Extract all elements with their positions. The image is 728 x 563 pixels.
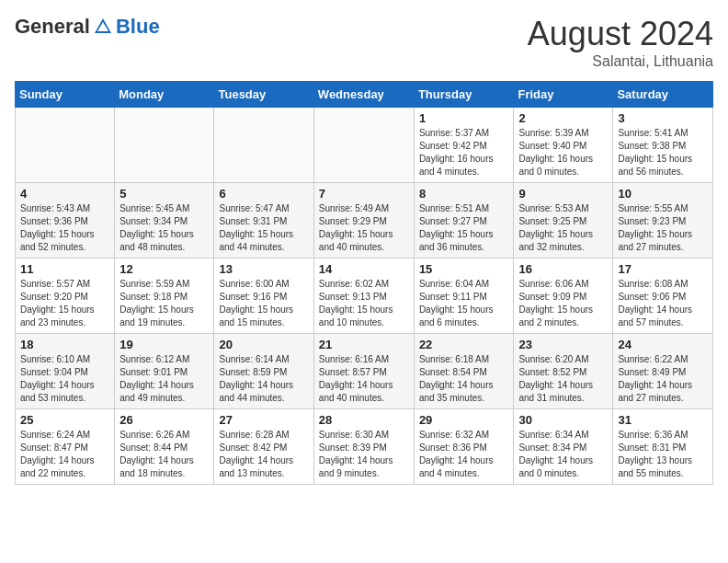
day-number: 23 — [518, 338, 608, 351]
day-number: 9 — [518, 187, 608, 201]
day-details: Sunrise: 6:16 AM Sunset: 8:57 PM Dayligh… — [319, 353, 409, 405]
location: Salantai, Lithuania — [528, 53, 713, 70]
calendar-day-cell: 4Sunrise: 5:43 AM Sunset: 9:36 PM Daylig… — [16, 183, 115, 259]
calendar-day-cell: 25Sunrise: 6:24 AM Sunset: 8:47 PM Dayli… — [16, 409, 115, 485]
weekday-header: Sunday — [16, 82, 115, 108]
calendar-day-cell: 12Sunrise: 5:59 AM Sunset: 9:18 PM Dayli… — [115, 259, 214, 334]
calendar-day-cell: 24Sunrise: 6:22 AM Sunset: 8:49 PM Dayli… — [613, 334, 713, 409]
day-details: Sunrise: 6:24 AM Sunset: 8:47 PM Dayligh… — [20, 429, 109, 480]
calendar-day-cell: 20Sunrise: 6:14 AM Sunset: 8:59 PM Dayli… — [214, 334, 313, 409]
day-number: 14 — [319, 262, 409, 276]
calendar-day-cell: 15Sunrise: 6:04 AM Sunset: 9:11 PM Dayli… — [414, 259, 514, 334]
day-details: Sunrise: 6:14 AM Sunset: 8:59 PM Dayligh… — [219, 353, 308, 405]
day-details: Sunrise: 6:00 AM Sunset: 9:16 PM Dayligh… — [219, 278, 308, 329]
calendar-day-cell: 10Sunrise: 5:55 AM Sunset: 9:23 PM Dayli… — [613, 183, 713, 259]
calendar-day-cell: 1Sunrise: 5:37 AM Sunset: 9:42 PM Daylig… — [414, 108, 514, 183]
calendar-day-cell: 21Sunrise: 6:16 AM Sunset: 8:57 PM Dayli… — [313, 334, 414, 409]
day-details: Sunrise: 5:47 AM Sunset: 9:31 PM Dayligh… — [219, 202, 308, 254]
day-details: Sunrise: 6:30 AM Sunset: 8:39 PM Dayligh… — [319, 429, 409, 480]
calendar-day-cell — [16, 108, 115, 183]
weekday-header: Wednesday — [313, 82, 414, 108]
day-details: Sunrise: 6:10 AM Sunset: 9:04 PM Dayligh… — [20, 353, 109, 405]
day-details: Sunrise: 6:18 AM Sunset: 8:54 PM Dayligh… — [419, 353, 509, 405]
day-number: 11 — [20, 262, 109, 276]
day-details: Sunrise: 6:04 AM Sunset: 9:11 PM Dayligh… — [419, 278, 509, 329]
calendar-week-row: 25Sunrise: 6:24 AM Sunset: 8:47 PM Dayli… — [16, 409, 713, 485]
month-year: August 2024 — [528, 15, 713, 53]
weekday-header: Friday — [514, 82, 613, 108]
calendar-week-row: 4Sunrise: 5:43 AM Sunset: 9:36 PM Daylig… — [16, 183, 713, 259]
day-number: 21 — [319, 338, 409, 351]
logo-blue: Blue — [116, 15, 160, 39]
day-details: Sunrise: 6:20 AM Sunset: 8:52 PM Dayligh… — [518, 353, 608, 405]
calendar-day-cell: 6Sunrise: 5:47 AM Sunset: 9:31 PM Daylig… — [214, 183, 313, 259]
calendar-day-cell: 13Sunrise: 6:00 AM Sunset: 9:16 PM Dayli… — [214, 259, 313, 334]
calendar-day-cell: 3Sunrise: 5:41 AM Sunset: 9:38 PM Daylig… — [613, 108, 713, 183]
calendar-day-cell: 9Sunrise: 5:53 AM Sunset: 9:25 PM Daylig… — [514, 183, 613, 259]
calendar-week-row: 18Sunrise: 6:10 AM Sunset: 9:04 PM Dayli… — [16, 334, 713, 409]
day-number: 24 — [618, 338, 708, 351]
day-number: 30 — [518, 413, 608, 427]
day-details: Sunrise: 6:32 AM Sunset: 8:36 PM Dayligh… — [419, 429, 509, 480]
calendar-day-cell: 2Sunrise: 5:39 AM Sunset: 9:40 PM Daylig… — [514, 108, 613, 183]
calendar-day-cell: 26Sunrise: 6:26 AM Sunset: 8:44 PM Dayli… — [115, 409, 214, 485]
day-details: Sunrise: 5:45 AM Sunset: 9:34 PM Dayligh… — [119, 202, 209, 254]
calendar-day-cell: 14Sunrise: 6:02 AM Sunset: 9:13 PM Dayli… — [313, 259, 414, 334]
day-number: 7 — [319, 187, 409, 201]
day-details: Sunrise: 6:22 AM Sunset: 8:49 PM Dayligh… — [618, 353, 708, 405]
calendar-day-cell — [115, 108, 214, 183]
day-details: Sunrise: 5:57 AM Sunset: 9:20 PM Dayligh… — [20, 278, 109, 329]
day-details: Sunrise: 5:39 AM Sunset: 9:40 PM Dayligh… — [518, 127, 608, 178]
calendar-table: SundayMondayTuesdayWednesdayThursdayFrid… — [15, 81, 713, 485]
day-number: 1 — [419, 111, 509, 125]
calendar-day-cell: 27Sunrise: 6:28 AM Sunset: 8:42 PM Dayli… — [214, 409, 313, 485]
weekday-header: Saturday — [613, 82, 713, 108]
day-details: Sunrise: 6:08 AM Sunset: 9:06 PM Dayligh… — [618, 278, 708, 329]
weekday-header: Thursday — [414, 82, 514, 108]
calendar-day-cell: 23Sunrise: 6:20 AM Sunset: 8:52 PM Dayli… — [514, 334, 613, 409]
calendar-day-cell: 31Sunrise: 6:36 AM Sunset: 8:31 PM Dayli… — [613, 409, 713, 485]
day-details: Sunrise: 6:28 AM Sunset: 8:42 PM Dayligh… — [219, 429, 308, 480]
calendar-day-cell: 8Sunrise: 5:51 AM Sunset: 9:27 PM Daylig… — [414, 183, 514, 259]
logo-icon — [93, 17, 113, 37]
day-number: 4 — [20, 187, 109, 201]
day-details: Sunrise: 6:02 AM Sunset: 9:13 PM Dayligh… — [319, 278, 409, 329]
day-details: Sunrise: 6:34 AM Sunset: 8:34 PM Dayligh… — [518, 429, 608, 480]
day-number: 16 — [518, 262, 608, 276]
calendar-day-cell: 28Sunrise: 6:30 AM Sunset: 8:39 PM Dayli… — [313, 409, 414, 485]
weekday-header: Tuesday — [214, 82, 313, 108]
day-number: 6 — [219, 187, 308, 201]
title-block: August 2024 Salantai, Lithuania — [528, 15, 713, 70]
day-number: 29 — [419, 413, 509, 427]
weekday-header: Monday — [115, 82, 214, 108]
calendar-day-cell: 5Sunrise: 5:45 AM Sunset: 9:34 PM Daylig… — [115, 183, 214, 259]
calendar-day-cell: 29Sunrise: 6:32 AM Sunset: 8:36 PM Dayli… — [414, 409, 514, 485]
calendar-day-cell: 7Sunrise: 5:49 AM Sunset: 9:29 PM Daylig… — [313, 183, 414, 259]
calendar-day-cell: 11Sunrise: 5:57 AM Sunset: 9:20 PM Dayli… — [16, 259, 115, 334]
calendar-day-cell: 18Sunrise: 6:10 AM Sunset: 9:04 PM Dayli… — [16, 334, 115, 409]
day-details: Sunrise: 6:36 AM Sunset: 8:31 PM Dayligh… — [618, 429, 708, 480]
day-details: Sunrise: 5:41 AM Sunset: 9:38 PM Dayligh… — [618, 127, 708, 178]
day-number: 18 — [20, 338, 109, 351]
day-number: 17 — [618, 262, 708, 276]
day-number: 12 — [119, 262, 209, 276]
day-number: 20 — [219, 338, 308, 351]
calendar-week-row: 1Sunrise: 5:37 AM Sunset: 9:42 PM Daylig… — [16, 108, 713, 183]
day-details: Sunrise: 6:06 AM Sunset: 9:09 PM Dayligh… — [518, 278, 608, 329]
day-number: 13 — [219, 262, 308, 276]
day-number: 28 — [319, 413, 409, 427]
day-number: 15 — [419, 262, 509, 276]
calendar-header-row: SundayMondayTuesdayWednesdayThursdayFrid… — [16, 82, 713, 108]
calendar-day-cell — [313, 108, 414, 183]
day-number: 26 — [119, 413, 209, 427]
day-details: Sunrise: 5:43 AM Sunset: 9:36 PM Dayligh… — [20, 202, 109, 254]
day-number: 22 — [419, 338, 509, 351]
day-number: 3 — [618, 111, 708, 125]
day-details: Sunrise: 5:53 AM Sunset: 9:25 PM Dayligh… — [518, 202, 608, 254]
day-details: Sunrise: 6:12 AM Sunset: 9:01 PM Dayligh… — [119, 353, 209, 405]
calendar-day-cell: 22Sunrise: 6:18 AM Sunset: 8:54 PM Dayli… — [414, 334, 514, 409]
day-number: 19 — [119, 338, 209, 351]
calendar-day-cell: 19Sunrise: 6:12 AM Sunset: 9:01 PM Dayli… — [115, 334, 214, 409]
calendar-day-cell: 16Sunrise: 6:06 AM Sunset: 9:09 PM Dayli… — [514, 259, 613, 334]
day-number: 5 — [119, 187, 209, 201]
